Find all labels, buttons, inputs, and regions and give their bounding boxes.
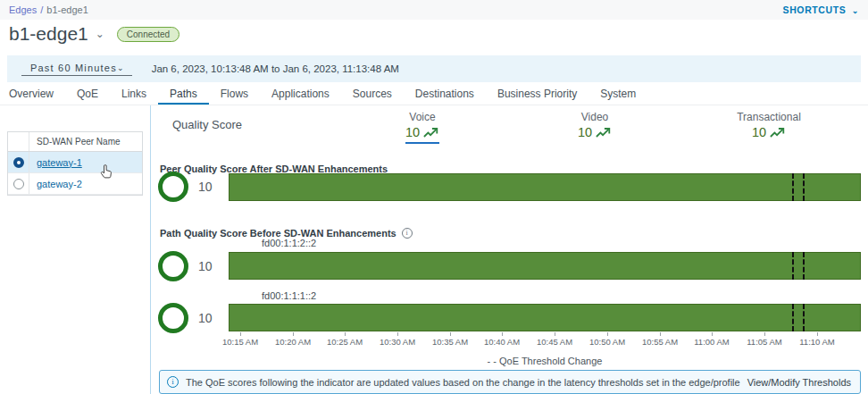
quality-score-title: Quality Score bbox=[172, 118, 242, 131]
trend-up-icon bbox=[423, 127, 439, 138]
axis-tick-label: 10:40 AM bbox=[475, 337, 529, 347]
chart-legend: - - QoE Threshold Change bbox=[229, 356, 861, 366]
tabs-divider bbox=[0, 105, 868, 105]
quality-bar-after bbox=[229, 173, 861, 201]
tab-sources[interactable]: Sources bbox=[341, 86, 404, 105]
page-title: b1-edge1 bbox=[9, 23, 88, 45]
metric-video[interactable]: Video 10 bbox=[541, 111, 648, 139]
info-message: The QoE scores following the indicator a… bbox=[186, 377, 740, 388]
tab-destinations[interactable]: Destinations bbox=[404, 86, 486, 105]
time-range-text: Jan 6, 2023, 10:13:48 AM to Jan 6, 2023,… bbox=[152, 63, 399, 74]
axis-tick-label: 10:30 AM bbox=[371, 337, 424, 347]
score-path-2: 10 bbox=[198, 311, 213, 325]
radio-unselected-icon[interactable] bbox=[13, 179, 24, 189]
shortcuts-label: SHORTCUTS bbox=[783, 4, 847, 15]
threshold-change-marker bbox=[803, 173, 805, 201]
quality-ring-indicator bbox=[158, 303, 188, 333]
axis-tickmark bbox=[555, 332, 555, 336]
tab-qoe[interactable]: QoE bbox=[65, 86, 110, 105]
info-icon: i bbox=[167, 376, 179, 388]
tab-system[interactable]: System bbox=[588, 86, 647, 105]
metric-transactional[interactable]: Transactional 10 bbox=[715, 111, 822, 139]
quality-ring-indicator bbox=[158, 251, 188, 281]
status-badge: Connected bbox=[117, 27, 179, 42]
time-range-dropdown[interactable]: Past 60 Minutes ⌄ bbox=[21, 63, 132, 76]
breadcrumb-current: b1-edge1 bbox=[46, 4, 88, 15]
axis-tickmark bbox=[293, 332, 294, 336]
radio-cell bbox=[8, 173, 29, 194]
peer-link-gateway-2[interactable]: gateway-2 bbox=[29, 179, 82, 189]
tab-flows[interactable]: Flows bbox=[209, 86, 260, 105]
time-range-label: Past 60 Minutes bbox=[30, 63, 117, 73]
tab-bar: Overview QoE Links Paths Flows Applicati… bbox=[9, 86, 647, 105]
metric-video-value: 10 bbox=[578, 125, 592, 139]
quality-bar-path-2 bbox=[229, 304, 861, 331]
axis-tickmark bbox=[764, 332, 765, 336]
chevron-down-icon: ⌄ bbox=[117, 63, 125, 72]
threshold-change-marker bbox=[792, 173, 794, 201]
threshold-change-marker bbox=[792, 304, 794, 331]
threshold-change-marker bbox=[803, 304, 805, 331]
threshold-change-marker bbox=[792, 252, 794, 280]
chevron-down-icon: ⌄ bbox=[852, 6, 859, 15]
score-after: 10 bbox=[198, 180, 213, 194]
trend-up-icon bbox=[770, 127, 786, 138]
axis-tick-label: 10:45 AM bbox=[528, 337, 581, 347]
qoe-info-bar: i The QoE scores following the indicator… bbox=[159, 370, 861, 394]
axis-tickmark bbox=[817, 332, 818, 336]
path-label-2: fd00:1:1:1::2 bbox=[262, 290, 316, 301]
quality-ring-indicator bbox=[158, 172, 188, 202]
path-label-1: fd00:1:1:2::2 bbox=[262, 238, 316, 248]
tab-paths[interactable]: Paths bbox=[158, 86, 209, 105]
axis-tickmark bbox=[502, 332, 503, 336]
axis-tickmark bbox=[345, 332, 346, 336]
metric-voice[interactable]: Voice 10 bbox=[369, 111, 476, 144]
metric-active-underline bbox=[405, 142, 439, 144]
quality-bar-path-1 bbox=[229, 252, 861, 280]
tab-applications[interactable]: Applications bbox=[260, 86, 341, 105]
radio-cell bbox=[8, 152, 29, 172]
pointer-cursor-icon bbox=[100, 164, 113, 179]
shortcuts-menu[interactable]: SHORTCUTS ⌄ bbox=[783, 4, 859, 15]
panel-divider bbox=[150, 105, 151, 394]
title-row: b1-edge1 ⌄ Connected bbox=[9, 23, 179, 45]
axis-tickmark bbox=[607, 332, 608, 336]
radio-column-header bbox=[8, 132, 29, 151]
score-path-1: 10 bbox=[198, 259, 213, 273]
axis-tick-label: 10:50 AM bbox=[580, 337, 634, 347]
metric-voice-value: 10 bbox=[405, 125, 420, 139]
table-row-gateway-2[interactable]: gateway-2 bbox=[8, 173, 142, 195]
breadcrumb-separator: / bbox=[40, 4, 43, 15]
threshold-change-marker bbox=[803, 252, 805, 280]
peer-table-header: SD-WAN Peer Name bbox=[8, 132, 142, 152]
axis-tick-label: 11:10 AM bbox=[790, 337, 844, 347]
peer-link-gateway-1[interactable]: gateway-1 bbox=[29, 157, 82, 168]
table-row-gateway-1[interactable]: gateway-1 bbox=[8, 152, 142, 173]
axis-tick-label: 10:25 AM bbox=[318, 337, 371, 347]
edge-monitor-screen: Edges / b1-edge1 SHORTCUTS ⌄ b1-edge1 ⌄ … bbox=[0, 0, 868, 394]
info-icon[interactable]: i bbox=[402, 228, 413, 239]
radio-selected-icon[interactable] bbox=[13, 157, 24, 168]
tab-links[interactable]: Links bbox=[110, 86, 158, 105]
metric-voice-label: Voice bbox=[369, 111, 476, 123]
breadcrumb-edges-link[interactable]: Edges bbox=[9, 4, 37, 15]
axis-tick-label: 10:20 AM bbox=[266, 337, 320, 347]
axis-tickmark bbox=[397, 332, 398, 336]
view-modify-thresholds-link[interactable]: View/Modify Thresholds bbox=[747, 377, 860, 388]
axis-tickmark bbox=[712, 332, 713, 336]
metric-transactional-label: Transactional bbox=[715, 111, 822, 123]
axis-tick-label: 10:35 AM bbox=[423, 337, 477, 347]
metric-video-label: Video bbox=[541, 111, 648, 123]
axis-tick-label: 11:00 AM bbox=[685, 337, 739, 347]
sdwan-peer-table: SD-WAN Peer Name gateway-1 gateway-2 bbox=[7, 131, 143, 196]
chevron-down-icon[interactable]: ⌄ bbox=[96, 28, 104, 40]
tab-business-priority[interactable]: Business Priority bbox=[486, 86, 588, 105]
axis-tickmark bbox=[450, 332, 451, 336]
tab-overview[interactable]: Overview bbox=[9, 86, 65, 105]
time-range-bar: Past 60 Minutes ⌄ Jan 6, 2023, 10:13:48 … bbox=[7, 55, 861, 82]
breadcrumb-bar: Edges / b1-edge1 SHORTCUTS ⌄ bbox=[0, 0, 868, 20]
metric-transactional-value: 10 bbox=[752, 125, 766, 139]
trend-up-icon bbox=[596, 127, 612, 138]
axis-tick-label: 11:05 AM bbox=[738, 337, 791, 347]
axis-tickmark bbox=[240, 332, 241, 336]
